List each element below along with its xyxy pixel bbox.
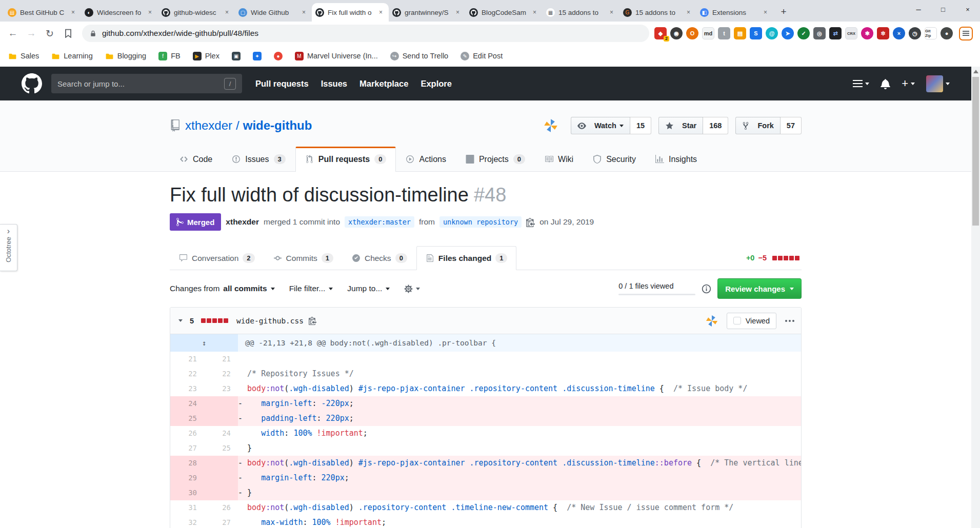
repo-nav-tab-wiki[interactable]: Wiki xyxy=(535,147,583,171)
wide-github-extension-icon[interactable] xyxy=(543,118,558,133)
bookmark-flag-icon[interactable] xyxy=(59,25,77,42)
tab-close-icon[interactable]: × xyxy=(761,8,770,17)
old-line-number[interactable]: 27 xyxy=(170,441,204,456)
browser-tab[interactable]: ▦15 addons to× xyxy=(543,3,619,22)
browser-tab[interactable]: ▤Best GitHub C× xyxy=(4,3,81,22)
pr-tab-checks[interactable]: Checks0 xyxy=(343,246,416,270)
new-line-number[interactable] xyxy=(204,411,238,426)
changes-from-dropdown[interactable]: Changes fromall commits xyxy=(170,284,275,293)
orange-circle-extension-icon[interactable]: O xyxy=(686,27,698,39)
share-extension-icon[interactable]: ✱ xyxy=(861,27,873,39)
crx-extension-icon[interactable]: CRX xyxy=(845,27,857,39)
notifications-bell-icon[interactable] xyxy=(881,78,890,89)
address-bar[interactable]: github.com/xthexder/wide-github/pull/48/… xyxy=(82,25,649,42)
browser-tab[interactable]: grantwinney/S× xyxy=(389,3,466,22)
browser-tab[interactable]: ◐Widescreen fo× xyxy=(81,3,158,22)
new-line-number[interactable]: 24 xyxy=(204,426,238,441)
watch-count[interactable]: 15 xyxy=(630,117,651,134)
header-nav-link[interactable]: Pull requests xyxy=(255,79,309,89)
new-line-number[interactable]: 25 xyxy=(204,441,238,456)
bookmark-item[interactable]: MMarvel Universe (In... xyxy=(295,52,378,60)
new-line-number[interactable]: 23 xyxy=(204,381,238,396)
old-line-number[interactable]: 22 xyxy=(170,367,204,381)
bookmark-icon-item[interactable]: ● xyxy=(274,52,283,60)
browser-tab[interactable]: ◧Extensions× xyxy=(696,3,773,22)
tab-close-icon[interactable]: × xyxy=(299,8,308,17)
hamburger-menu-button[interactable] xyxy=(853,83,869,85)
close-button[interactable]: × xyxy=(955,0,980,18)
eye-chat-extension-icon[interactable]: ◉ xyxy=(670,27,683,39)
new-line-number[interactable] xyxy=(204,456,238,471)
check-extension-icon[interactable]: ✓ xyxy=(797,27,810,39)
copy-file-path-icon[interactable] xyxy=(309,316,316,325)
diff-settings-dropdown[interactable] xyxy=(404,285,420,293)
tab-close-icon[interactable]: × xyxy=(146,8,154,17)
jump-to-dropdown[interactable]: Jump to... xyxy=(347,284,390,293)
bookmark-item[interactable]: ✎Edit Post xyxy=(461,52,503,60)
old-line-number[interactable]: 29 xyxy=(170,471,204,485)
old-line-number[interactable]: 28 xyxy=(170,456,204,471)
markdown-extension-icon[interactable]: md xyxy=(702,27,714,39)
merged-by-user-link[interactable]: xthexder xyxy=(226,217,259,227)
old-line-number[interactable]: 21 xyxy=(170,352,204,367)
old-line-number[interactable]: 30 xyxy=(170,485,204,500)
scrollbar-thumb[interactable] xyxy=(972,77,979,226)
old-line-number[interactable]: 23 xyxy=(170,381,204,396)
shield-extension-icon[interactable]: ◆2 xyxy=(654,27,667,39)
octocat-extension-icon[interactable]: ● xyxy=(941,27,953,39)
repo-nav-tab-pull-requests[interactable]: Pull requests0 xyxy=(295,147,396,172)
at-extension-icon[interactable]: @ xyxy=(766,27,778,39)
wide-github-extension-icon[interactable] xyxy=(705,314,718,328)
fork-button[interactable]: Fork xyxy=(735,117,780,134)
tab-close-icon[interactable]: × xyxy=(69,8,77,17)
checkbox-icon[interactable] xyxy=(733,317,741,324)
tab-close-icon[interactable]: × xyxy=(376,8,385,17)
repo-name-link[interactable]: wide-github xyxy=(243,118,312,133)
browser-tab[interactable]: github-widesc× xyxy=(158,3,235,22)
pr-tab-conversation[interactable]: Conversation2 xyxy=(170,246,264,270)
browser-tab[interactable]: G15 addons to× xyxy=(619,3,696,22)
avatar[interactable] xyxy=(926,75,943,92)
new-line-number[interactable]: 21 xyxy=(204,352,238,367)
bookmark-item[interactable]: Sales xyxy=(8,52,39,60)
browser-tab[interactable]: ▢Wide Github× xyxy=(235,3,312,22)
repo-nav-tab-actions[interactable]: Actions xyxy=(396,147,455,171)
new-line-number[interactable]: 26 xyxy=(204,500,238,515)
bookmark-icon-item[interactable]: ✦ xyxy=(253,52,262,60)
header-nav-link[interactable]: Issues xyxy=(321,79,347,89)
bookmark-item[interactable]: fFB xyxy=(158,52,181,60)
old-line-number[interactable]: 24 xyxy=(170,396,204,411)
file-filter-dropdown[interactable]: File filter... xyxy=(289,284,333,293)
trash-extension-icon[interactable]: t xyxy=(718,27,730,39)
old-line-number[interactable]: 31 xyxy=(170,500,204,515)
repo-nav-tab-security[interactable]: Security xyxy=(583,147,646,171)
expand-hunk-button[interactable]: ↕ xyxy=(170,334,238,352)
star-button[interactable]: Star xyxy=(658,117,703,134)
session-extension-icon[interactable]: S xyxy=(750,27,762,39)
cross-extension-icon[interactable]: × xyxy=(893,27,905,39)
bookmark-item[interactable]: Blogging xyxy=(105,52,146,60)
tab-close-icon[interactable]: × xyxy=(684,8,693,17)
header-nav-link[interactable]: Marketplace xyxy=(359,79,408,89)
new-line-number[interactable] xyxy=(204,471,238,485)
old-line-number[interactable]: 25 xyxy=(170,411,204,426)
copy-icon[interactable] xyxy=(526,217,535,227)
tab-close-icon[interactable]: × xyxy=(530,8,539,17)
repo-nav-tab-code[interactable]: Code xyxy=(170,147,222,171)
site-info-icon[interactable] xyxy=(89,30,97,37)
arrows-extension-icon[interactable]: ⇄ xyxy=(829,27,842,39)
new-line-number[interactable]: 22 xyxy=(204,367,238,381)
bookmark-item[interactable]: Learning xyxy=(51,52,92,60)
repo-nav-tab-issues[interactable]: Issues3 xyxy=(222,147,295,171)
clock-extension-icon[interactable]: ◷ xyxy=(909,27,921,39)
minimize-button[interactable]: ─ xyxy=(906,0,931,18)
asterisk-extension-icon[interactable]: ✲ xyxy=(877,27,889,39)
github-logo-icon[interactable] xyxy=(22,73,42,94)
github-search[interactable]: / xyxy=(51,74,242,93)
old-line-number[interactable]: 32 xyxy=(170,515,204,528)
gitzip-extension-icon[interactable]: Git Zip xyxy=(925,27,937,39)
scroll-up-arrow-icon[interactable] xyxy=(973,70,978,73)
new-line-number[interactable] xyxy=(204,396,238,411)
repo-nav-tab-projects[interactable]: Projects0 xyxy=(456,147,535,171)
bookmark-item[interactable]: ▶Plex xyxy=(193,52,219,60)
